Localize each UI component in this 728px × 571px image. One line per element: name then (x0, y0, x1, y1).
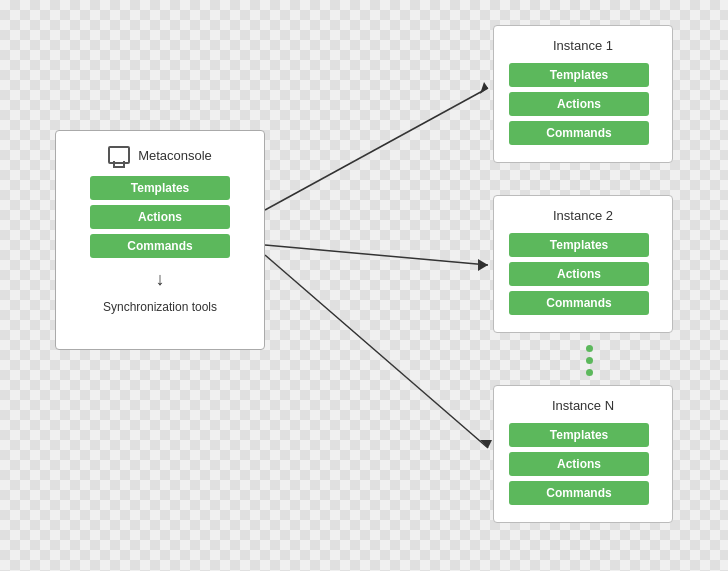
svg-marker-1 (480, 82, 488, 94)
svg-marker-5 (480, 440, 492, 448)
instance1-templates-btn: Templates (509, 63, 649, 87)
sync-tools-label: Synchronization tools (103, 300, 217, 314)
instance1-box: Instance 1 Templates Actions Commands (493, 25, 673, 163)
dot1 (586, 345, 593, 352)
instanceN-commands-btn: Commands (509, 481, 649, 505)
instance1-title: Instance 1 (509, 38, 657, 53)
svg-line-2 (265, 245, 488, 265)
svg-marker-3 (478, 259, 488, 271)
down-arrow: ↓ (156, 269, 165, 290)
dot2 (586, 357, 593, 364)
diagram-container: Metaconsole Templates Actions Commands ↓… (0, 0, 728, 571)
instance2-templates-btn: Templates (509, 233, 649, 257)
instance2-title: Instance 2 (509, 208, 657, 223)
dot3 (586, 369, 593, 376)
instanceN-actions-btn: Actions (509, 452, 649, 476)
metaconsole-templates-btn: Templates (90, 176, 230, 200)
monitor-icon (108, 146, 130, 164)
instance2-box: Instance 2 Templates Actions Commands (493, 195, 673, 333)
svg-line-0 (265, 88, 488, 210)
instanceN-templates-btn: Templates (509, 423, 649, 447)
metaconsole-commands-btn: Commands (90, 234, 230, 258)
metaconsole-title: Metaconsole (138, 148, 212, 163)
instanceN-title: Instance N (509, 398, 657, 413)
svg-line-4 (265, 255, 488, 448)
instance1-actions-btn: Actions (509, 92, 649, 116)
instance2-commands-btn: Commands (509, 291, 649, 315)
instance1-commands-btn: Commands (509, 121, 649, 145)
dots-container (586, 345, 593, 376)
instance2-actions-btn: Actions (509, 262, 649, 286)
metaconsole-header: Metaconsole (108, 146, 212, 164)
metaconsole-actions-btn: Actions (90, 205, 230, 229)
instanceN-box: Instance N Templates Actions Commands (493, 385, 673, 523)
metaconsole-box: Metaconsole Templates Actions Commands ↓… (55, 130, 265, 350)
